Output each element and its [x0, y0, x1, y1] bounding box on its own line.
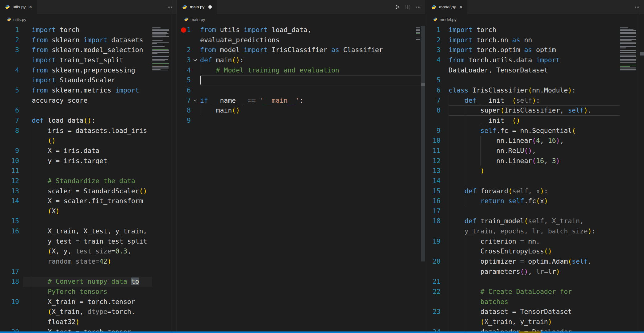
code-line[interactable]: 20optimizer = optim.Adam(self. [426, 257, 644, 267]
tab-model-py[interactable]: model.py × [426, 0, 468, 14]
code-line[interactable]: 8super(IrisClassifier, self). [426, 105, 644, 116]
code-line[interactable]: 9self.fc = nn.Sequential( [426, 126, 644, 136]
code-line[interactable]: 11nn.ReLU(), [426, 146, 644, 156]
scrollbar-thumb[interactable] [421, 26, 425, 261]
code-line[interactable]: accuracy_score [0, 96, 177, 106]
run-button[interactable] [394, 4, 400, 10]
code-line[interactable]: 17 [426, 206, 644, 216]
minimap[interactable] [152, 26, 169, 333]
code-line[interactable]: 14X = scaler.fit_transform [0, 196, 177, 206]
code-line[interactable]: __init__() [426, 116, 644, 126]
code-line[interactable]: 7def __init__(self): [426, 96, 644, 106]
code-line[interactable]: 16X_train, X_test, y_train, [0, 226, 177, 236]
code-line[interactable]: 4from torch.utils.data import [426, 55, 644, 65]
code-line[interactable]: 15def forward(self, x): [426, 186, 644, 196]
breadcrumb[interactable]: utils.py [0, 14, 177, 25]
code-line[interactable]: 2import torch.nn as nn [426, 35, 644, 45]
code-line[interactable]: parameters(), lr=lr) [426, 267, 644, 277]
code-line[interactable]: 2from model import IrisClassifier as Cla… [177, 45, 425, 55]
close-icon[interactable]: × [459, 4, 462, 10]
code-line[interactable]: 3def main(): [177, 55, 425, 65]
vscode-window: utils.py × utils.py 1import torch2from s… [0, 0, 644, 333]
fold-chevron-icon[interactable] [193, 58, 198, 63]
scrollbar[interactable] [421, 0, 425, 333]
code-line[interactable]: 5 [426, 75, 644, 85]
code-line[interactable]: 8iris = datasets.load_iris [0, 126, 177, 136]
breadcrumb[interactable]: main.py [177, 14, 425, 25]
code-editor-model[interactable]: 1import torch2import torch.nn as nn3impo… [426, 25, 644, 333]
code-line[interactable]: 18# Convert numpy data to [0, 277, 177, 287]
modified-dot-icon[interactable] [208, 5, 212, 9]
code-editor-main[interactable]: 1from utils import load_data,evaluate_pr… [177, 25, 425, 333]
code-line[interactable]: (X) [0, 206, 177, 216]
code-line[interactable]: 5 [177, 75, 425, 85]
code-line[interactable]: (X_train, dtype=torch. [0, 307, 177, 317]
code-line[interactable]: 6class IrisClassifier(nn.Module): [426, 85, 644, 96]
code-line[interactable]: 2from sklearn import datasets [0, 35, 177, 45]
code-line[interactable]: 15 [0, 216, 177, 226]
scrollbar[interactable] [171, 0, 177, 333]
code-line[interactable]: 9X = iris.data [0, 146, 177, 156]
code-line[interactable]: 10nn.Linear(4, 16), [426, 136, 644, 146]
code-line[interactable]: 18def train_model(self, X_train, [426, 216, 644, 226]
minimap[interactable] [620, 26, 637, 333]
breadcrumb[interactable]: model.py [426, 14, 644, 25]
code-editor-utils[interactable]: 1import torch2from sklearn import datase… [0, 25, 177, 333]
code-line[interactable]: y_train, epochs, lr, batch_size): [426, 226, 644, 236]
code-line[interactable]: batches [426, 297, 644, 307]
code-line[interactable]: PyTorch tensors [0, 287, 177, 297]
code-line[interactable]: float32) [0, 317, 177, 327]
breakpoint-icon[interactable] [181, 27, 186, 33]
code-line[interactable]: 7def load_data(): [0, 116, 177, 126]
code-line[interactable]: import StandardScaler [0, 75, 177, 85]
code-line[interactable]: 1import torch [426, 25, 644, 35]
code-line[interactable]: 21 [426, 277, 644, 287]
code-line[interactable]: 6 [177, 85, 425, 96]
code-line[interactable]: 19criterion = nn. [426, 236, 644, 247]
code-line[interactable]: import train_test_split [0, 55, 177, 65]
pane-divider[interactable] [177, 0, 177, 333]
code-line[interactable]: 1from utils import load_data, [177, 25, 425, 35]
tab-main-py[interactable]: main.py [177, 0, 217, 14]
code-line[interactable]: 22# Create DataLoader for [426, 287, 644, 297]
code-line[interactable]: (X, y, test_size=0.3, [0, 246, 177, 257]
code-line[interactable]: 17 [0, 267, 177, 277]
close-icon[interactable]: × [29, 4, 32, 10]
editor-pane-model: model.py × model.py 1import torch2import… [426, 0, 644, 333]
minimap[interactable] [416, 26, 420, 333]
code-line[interactable]: DataLoader, TensorDataset [426, 65, 644, 76]
code-line[interactable]: 12# Standardize the data [0, 176, 177, 186]
code-line[interactable]: CrossEntropyLoss() [426, 246, 644, 257]
code-line[interactable]: 9 [177, 116, 425, 126]
code-line[interactable]: 3from sklearn.model_selection [0, 45, 177, 55]
tab-utils-py[interactable]: utils.py × [0, 0, 37, 14]
more-actions-icon[interactable] [415, 4, 421, 10]
code-line[interactable]: random_state=42) [0, 257, 177, 267]
split-editor-icon[interactable] [405, 4, 411, 10]
code-line[interactable]: () [0, 136, 177, 146]
code-line[interactable]: 8main() [177, 105, 425, 116]
code-line[interactable]: (X_train, y_train) [426, 317, 644, 327]
code-line[interactable]: 4# Model training and evaluation [177, 65, 425, 76]
code-line[interactable]: 14 [426, 176, 644, 186]
fold-chevron-icon[interactable] [193, 98, 198, 103]
code-line[interactable]: 16return self.fc(x) [426, 196, 644, 206]
code-line[interactable]: 4from sklearn.preprocessing [0, 65, 177, 76]
code-line[interactable]: 12nn.Linear(16, 3) [426, 156, 644, 166]
code-line[interactable]: 10y = iris.target [0, 156, 177, 166]
code-line[interactable]: 6 [0, 105, 177, 116]
code-line[interactable]: 11 [0, 166, 177, 176]
scrollbar[interactable] [639, 0, 644, 333]
code-line[interactable]: 7if __name__ == '__main__': [177, 96, 425, 106]
code-line[interactable]: 23dataset = TensorDataset [426, 307, 644, 317]
code-line[interactable]: 5from sklearn.metrics import [0, 85, 177, 96]
line-number: 13 [426, 166, 441, 176]
code-line[interactable]: 1import torch [0, 25, 177, 35]
code-line[interactable]: y_test = train_test_split [0, 236, 177, 247]
code-line[interactable]: evaluate_predictions [177, 35, 425, 45]
pane-divider[interactable] [426, 0, 426, 333]
code-line[interactable]: 13scaler = StandardScaler() [0, 186, 177, 196]
code-line[interactable]: 3import torch.optim as optim [426, 45, 644, 55]
code-line[interactable]: 13) [426, 166, 644, 176]
code-line[interactable]: 19X_train = torch.tensor [0, 297, 177, 307]
